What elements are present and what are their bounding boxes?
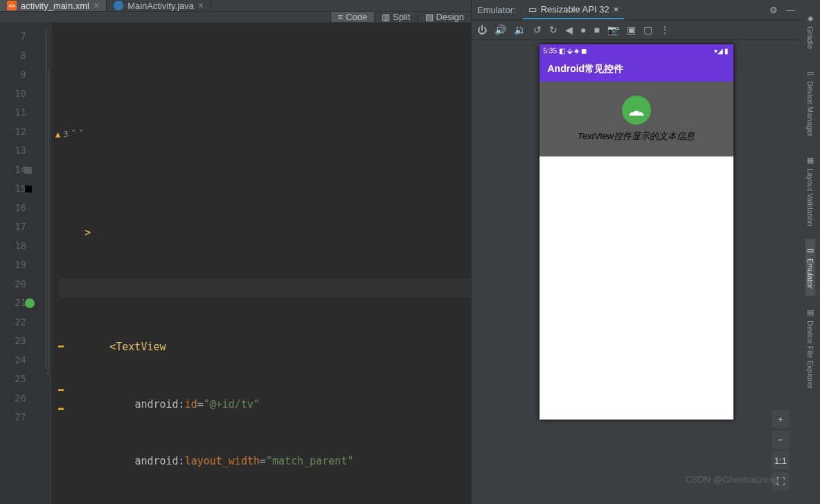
screenshot-icon[interactable]: ▣ [627,24,636,35]
launcher-icon [25,298,35,308]
java-icon [114,1,123,10]
launcher-icon [622,96,651,125]
fold-column[interactable] [42,23,51,504]
chevron-down-icon[interactable]: ˇ [79,125,84,145]
device-textview: TextView控件显示的文本信息 [540,82,733,156]
zoom-out-button[interactable]: − [772,431,790,449]
svg-point-0 [632,111,634,113]
close-icon[interactable]: × [198,0,204,11]
minimize-icon[interactable]: — [786,5,795,15]
home-icon[interactable]: ● [580,24,586,35]
design-icon: ▨ [425,12,434,22]
folder-icon: ▤ [805,308,815,318]
svg-point-1 [639,111,641,113]
xml-icon: <> [7,1,17,10]
overview-icon[interactable]: ■ [594,24,599,35]
tab-mainactivity-java[interactable]: MainActivity.java × [107,0,211,11]
view-code-button[interactable]: ≡Code [330,12,375,22]
tab-label: MainActivity.java [127,1,194,11]
more-icon[interactable]: ⋮ [660,24,670,35]
view-split-button[interactable]: ▥Split [374,12,417,22]
emulator-panel: Emulator: ▭ Resizable API 32 × ⚙ — ⏻ 🔊 🔉… [471,0,801,504]
color-swatch-icon [25,167,32,174]
zoom-in-button[interactable]: + [772,410,790,428]
split-icon: ▥ [382,12,390,22]
fold-icon[interactable]: ▢ [643,24,652,35]
power-icon[interactable]: ⏻ [477,24,487,35]
sidebar-device-manager[interactable]: ▭Device Manager [805,62,815,143]
line-gutter: 78910111213 14 15 1617181920 21 22232425… [0,23,42,504]
code-editor[interactable]: 78910111213 14 15 1617181920 21 22232425… [0,23,471,504]
chevron-up-icon[interactable]: ˆ [71,125,75,145]
sidebar-emulator[interactable]: ▭Emulator [805,239,815,296]
device-icon: ▭ [805,69,815,78]
gradle-icon: ◆ [805,14,815,24]
warning-icon: ▲ [55,125,60,145]
tab-label: activity_main.xml [21,1,89,11]
sidebar-gradle[interactable]: ◆Gradle [805,7,815,56]
tab-activity-main-xml[interactable]: <> activity_main.xml × [0,0,107,11]
close-icon[interactable]: × [614,4,619,15]
device-app-bar: Android常见控件 [540,57,733,82]
right-sidebar: ◆Gradle ▭Device Manager ▦Layout Validati… [801,0,820,504]
color-swatch-icon [25,186,32,192]
code-icon: ≡ [338,12,344,22]
device-frame[interactable]: 5:35 ◧ ⬙ ♣ ◼▾◢ ▮ Android常见控件 TextView控件显… [540,44,733,420]
editor-tabs: <> activity_main.xml × MainActivity.java… [0,0,471,11]
volume-up-icon[interactable]: 🔊 [494,24,506,35]
device-status-bar: 5:35 ◧ ⬙ ♣ ◼▾◢ ▮ [540,44,733,57]
rotate-right-icon[interactable]: ↻ [549,24,558,35]
view-mode-bar: ≡Code ▥Split ▨Design [0,11,471,23]
device-icon: ▭ [528,4,537,15]
sidebar-layout-validation[interactable]: ▦Layout Validation [805,149,815,233]
gear-icon[interactable]: ⚙ [769,5,778,15]
volume-down-icon[interactable]: 🔉 [514,24,526,35]
rotate-left-icon[interactable]: ↺ [533,24,542,35]
back-icon[interactable]: ◀ [565,24,573,35]
emulator-device-tab[interactable]: ▭ Resizable API 32 × [523,0,625,19]
sidebar-device-file-explorer[interactable]: ▤Device File Explorer [805,301,815,395]
view-design-button[interactable]: ▨Design [418,12,471,22]
problems-indicator[interactable]: ▲3ˆˇ [55,125,467,145]
emulator-label: Emulator: [477,5,516,15]
layout-icon: ▦ [805,156,815,165]
watermark: CSDN @Chenbaozeng [685,474,778,485]
emulator-toolbar: ⏻ 🔊 🔉 ↺ ↻ ◀ ● ■ 📷 ▣ ▢ ⋮ [472,19,801,40]
close-icon[interactable]: × [93,0,99,11]
zoom-actual-button[interactable]: 1:1 [772,451,790,469]
emulator-icon: ▭ [805,246,815,255]
camera-icon[interactable]: 📷 [607,24,619,35]
